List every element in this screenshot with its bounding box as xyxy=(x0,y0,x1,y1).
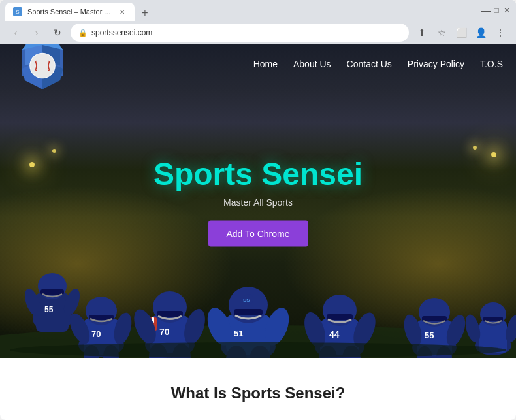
add-to-chrome-button[interactable]: Add To Chrome xyxy=(208,221,308,247)
bookmark-icon[interactable]: ☆ xyxy=(434,25,449,40)
browser-frame: S Sports Sensei – Master All Sports ✕ + … xyxy=(0,0,516,420)
reload-button[interactable]: ↻ xyxy=(50,25,65,40)
svg-rect-4 xyxy=(40,289,64,295)
svg-text:70: 70 xyxy=(159,327,170,337)
svg-rect-22 xyxy=(157,311,183,317)
window-controls: — □ ✕ xyxy=(482,7,511,14)
svg-rect-42 xyxy=(327,314,353,320)
nav-link-home[interactable]: Home xyxy=(253,59,278,69)
toolbar-icons: ⬆ ☆ ⬜ 👤 ⋮ xyxy=(414,25,508,40)
nav-link-privacy[interactable]: Privacy Policy xyxy=(408,59,464,69)
svg-point-63 xyxy=(10,342,506,358)
svg-rect-51 xyxy=(422,316,447,321)
nav-links: Home About Us Contact Us Privacy Policy … xyxy=(253,59,503,69)
address-bar: ‹ › ↻ 🔒 sportssensei.com ⬆ ☆ ⬜ 👤 ⋮ xyxy=(0,21,516,44)
hero-content: Sports Sensei Master All Sports Add To C… xyxy=(153,156,363,247)
svg-text:44: 44 xyxy=(329,329,340,340)
site-logo[interactable] xyxy=(13,44,72,95)
svg-text:55: 55 xyxy=(44,305,54,314)
below-hero-section: What Is Sports Sensei? xyxy=(0,358,516,415)
tab-bar: S Sports Sensei – Master All Sports ✕ + xyxy=(5,0,479,21)
svg-point-3 xyxy=(38,273,67,299)
tab-favicon: S xyxy=(13,7,22,16)
lock-icon: 🔒 xyxy=(78,29,88,37)
svg-rect-60 xyxy=(483,317,503,321)
profile-icon[interactable]: 👤 xyxy=(473,25,489,40)
hero-subtitle: Master All Sports xyxy=(153,197,363,208)
tab-title: Sports Sensei – Master All Sports xyxy=(27,8,112,16)
svg-text:SS: SS xyxy=(243,297,250,303)
title-bar: S Sports Sensei – Master All Sports ✕ + … xyxy=(0,0,516,21)
tab-grid-icon[interactable]: ⬜ xyxy=(453,25,469,40)
svg-point-41 xyxy=(323,295,357,326)
minimize-button[interactable]: — xyxy=(482,7,490,14)
new-tab-button[interactable]: + xyxy=(137,5,153,21)
svg-text:70: 70 xyxy=(91,329,101,339)
tab-close-button[interactable]: ✕ xyxy=(118,7,127,16)
hero-title: Sports Sensei xyxy=(153,156,363,192)
svg-point-50 xyxy=(419,298,450,327)
menu-icon[interactable]: ⋮ xyxy=(492,25,508,40)
maximize-button[interactable]: □ xyxy=(492,7,500,14)
webpage: 55 70 xyxy=(0,44,516,420)
svg-point-71 xyxy=(30,54,55,78)
what-is-heading: What Is Sports Sensei? xyxy=(13,384,503,402)
url-bar[interactable]: 🔒 sportssensei.com xyxy=(71,24,409,42)
svg-rect-31 xyxy=(234,309,263,315)
site-navigation: Home About Us Contact Us Privacy Policy … xyxy=(0,44,516,84)
share-icon[interactable]: ⬆ xyxy=(414,25,430,40)
nav-link-about[interactable]: About Us xyxy=(293,59,331,69)
svg-point-21 xyxy=(153,291,187,323)
svg-text:51: 51 xyxy=(234,329,243,338)
svg-text:55: 55 xyxy=(425,331,434,340)
nav-link-contact[interactable]: Contact Us xyxy=(347,59,392,69)
hero-section: 55 70 xyxy=(0,44,516,358)
close-button[interactable]: ✕ xyxy=(503,7,511,14)
forward-button[interactable]: › xyxy=(29,25,44,40)
nav-link-tos[interactable]: T.O.S xyxy=(480,59,503,69)
back-button[interactable]: ‹ xyxy=(8,25,24,40)
active-tab[interactable]: S Sports Sensei – Master All Sports ✕ xyxy=(5,3,135,21)
url-text: sportssensei.com xyxy=(91,28,152,37)
